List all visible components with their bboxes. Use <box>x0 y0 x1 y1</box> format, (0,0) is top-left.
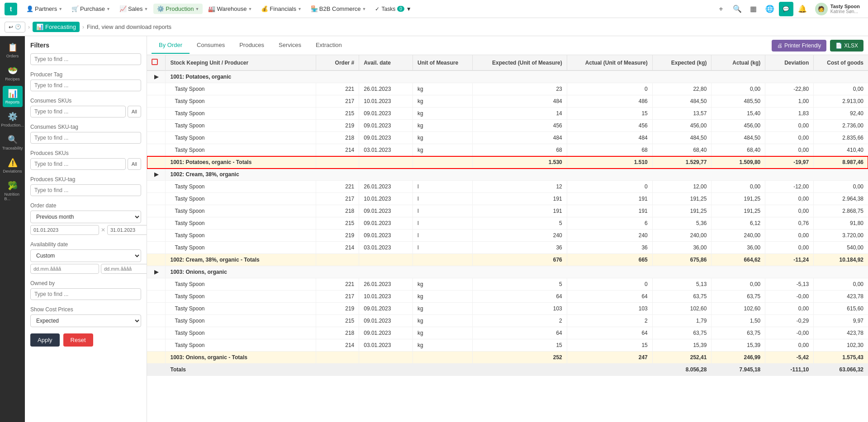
nav-purchase[interactable]: 🛒 Purchase ▼ <box>68 4 114 14</box>
producer-tag-input[interactable] <box>30 80 141 91</box>
consumes-sku-tag-input[interactable] <box>30 132 141 144</box>
totals-label: 1003: Onions, organic - Totals <box>166 352 316 364</box>
tab-extraction[interactable]: Extraction <box>308 37 349 54</box>
row-checkbox[interactable] <box>147 181 166 193</box>
group-expand[interactable]: ▶ <box>147 169 166 181</box>
barcode-button[interactable]: ▦ <box>746 2 761 16</box>
reset-button[interactable]: Reset <box>63 333 93 347</box>
chat-button[interactable]: 💬 <box>779 2 793 16</box>
globe-button[interactable]: 🌐 <box>763 2 777 16</box>
row-act-kg: 240,00 <box>711 230 765 242</box>
row-checkbox[interactable] <box>147 291 166 303</box>
back-button[interactable]: ↩ 🕐 <box>5 22 25 33</box>
nav-warehouse[interactable]: 🏭 Warehouse ▼ <box>204 4 256 14</box>
bell-button[interactable]: 🔔 <box>795 2 810 16</box>
row-checkbox[interactable] <box>147 144 166 156</box>
header-order: Order # <box>316 55 359 70</box>
row-checkbox[interactable] <box>147 132 166 144</box>
row-checkbox[interactable] <box>147 205 166 217</box>
user-sub: Katrine Søn... <box>830 9 860 14</box>
add-button[interactable]: + <box>714 2 728 16</box>
sidebar-item-deviations[interactable]: ⚠️ Deviations <box>3 155 23 176</box>
group-name: 1002: Cream, 38%, organic <box>166 169 868 181</box>
sales-icon: 📈 <box>119 5 127 12</box>
row-exp-uom: 14 <box>473 108 567 120</box>
row-avail: 03.01.2023 <box>359 339 413 352</box>
row-deviation: -0,00 <box>765 291 814 303</box>
row-checkbox[interactable] <box>147 217 166 230</box>
row-checkbox[interactable] <box>147 95 166 108</box>
sidebar-item-recipes[interactable]: 🥗 Recipes <box>3 63 23 84</box>
totals-exp-kg: 675,86 <box>652 254 711 266</box>
checkbox-icon[interactable] <box>152 59 158 65</box>
row-checkbox[interactable] <box>147 303 166 315</box>
row-producer: Tasty Spoon <box>166 95 316 108</box>
search-button[interactable]: 🔍 <box>730 2 745 16</box>
row-checkbox[interactable] <box>147 339 166 352</box>
consumes-skus-all-button[interactable]: All <box>128 106 141 117</box>
nav-sales[interactable]: 📈 Sales ▼ <box>116 4 152 14</box>
sidebar-item-reports[interactable]: 📊 Reports <box>3 86 23 107</box>
availability-date-to[interactable] <box>101 264 147 274</box>
group-expand[interactable]: ▶ <box>147 266 166 278</box>
row-checkbox[interactable] <box>147 193 166 205</box>
row-checkbox[interactable] <box>147 315 166 327</box>
consumes-skus-input[interactable] <box>30 106 126 117</box>
row-checkbox[interactable] <box>147 327 166 339</box>
totals-exp-kg: 1.529,77 <box>652 156 711 169</box>
sidebar-item-nutrition[interactable]: 🥦 Nutrition B... <box>3 178 23 204</box>
nav-production[interactable]: ⚙️ Production ▼ <box>153 4 203 14</box>
sidebar-item-production[interactable]: ⚙️ Production... <box>3 109 23 130</box>
order-date-select[interactable]: Previous month <box>30 211 141 223</box>
row-producer: Tasty Spoon <box>166 120 316 132</box>
row-checkbox[interactable] <box>147 230 166 242</box>
breadcrumb-separator: › <box>28 24 30 30</box>
user-area[interactable]: 🧑 Tasty Spoon Katrine Søn... <box>811 1 863 17</box>
row-cost: 2.835,66 <box>814 132 868 144</box>
breadcrumb-forecasting[interactable]: 📊 Forecasting <box>33 22 80 32</box>
nav-partners[interactable]: 👤 Partners ▼ <box>23 4 66 14</box>
produces-skus-input[interactable] <box>30 158 126 170</box>
order-date-from[interactable] <box>30 225 99 235</box>
nav-b2b[interactable]: 🏪 B2B Commerce ▼ <box>307 4 370 14</box>
produces-skus-all-button[interactable]: All <box>128 158 141 170</box>
tab-produces[interactable]: Produces <box>232 37 271 54</box>
availability-date-select[interactable]: Custom <box>30 249 141 262</box>
row-cost: 91,80 <box>814 217 868 230</box>
tab-services[interactable]: Services <box>271 37 308 54</box>
xlsx-button[interactable]: 📄 XLSX <box>830 40 863 52</box>
tab-consumes[interactable]: Consumes <box>190 37 232 54</box>
row-act-kg: 484,50 <box>711 132 765 144</box>
app-logo[interactable]: t <box>5 3 17 15</box>
row-checkbox[interactable] <box>147 278 166 291</box>
availability-date-from[interactable] <box>30 264 99 274</box>
apply-button[interactable]: Apply <box>30 333 60 347</box>
printer-friendly-button[interactable]: 🖨 Printer Friendly <box>772 40 826 52</box>
totals-exp-uom: 1.530 <box>473 156 567 169</box>
nav-tasks[interactable]: ✓ Tasks 0 ▼ <box>371 4 415 14</box>
row-exp-uom: 64 <box>473 327 567 339</box>
order-date-from-clear[interactable]: ✕ <box>101 227 105 233</box>
row-checkbox[interactable] <box>147 120 166 132</box>
sidebar-item-traceability[interactable]: 🔍 Traceability <box>3 132 23 153</box>
row-deviation: 0,00 <box>765 205 814 217</box>
sidebar-item-orders[interactable]: 📋 Orders <box>3 40 23 61</box>
filters-panel: Filters Producer Tag Consumes SKUs All C… <box>25 36 147 422</box>
show-cost-prices-select[interactable]: Expected <box>30 314 141 327</box>
row-exp-kg: 12,00 <box>652 181 711 193</box>
produces-sku-tag-input[interactable] <box>30 184 141 196</box>
group-name: 1001: Potatoes, organic <box>166 70 868 83</box>
row-act-uom: 191 <box>567 205 652 217</box>
group-expand[interactable]: ▶ <box>147 70 166 83</box>
row-act-uom: 6 <box>567 217 652 230</box>
row-checkbox[interactable] <box>147 242 166 254</box>
row-checkbox[interactable] <box>147 83 166 95</box>
row-checkbox[interactable] <box>147 108 166 120</box>
tab-by-order[interactable]: By Order <box>152 37 190 54</box>
search-input[interactable] <box>30 53 141 65</box>
owned-by-input[interactable] <box>30 288 141 300</box>
chevron-icon: ▼ <box>362 7 366 11</box>
order-date-to[interactable] <box>107 225 147 235</box>
nav-financials[interactable]: 💰 Financials ▼ <box>257 4 305 14</box>
xlsx-icon: 📄 <box>835 42 842 49</box>
